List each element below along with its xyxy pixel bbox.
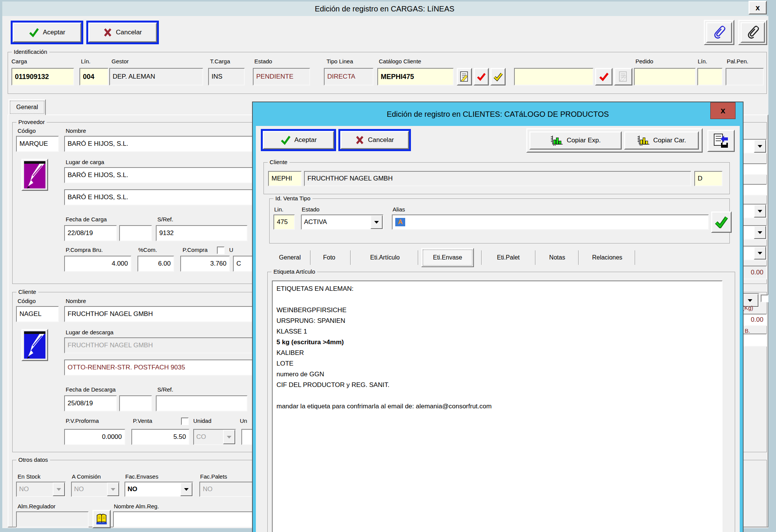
fecha-descarga-hora-field[interactable] <box>119 395 152 411</box>
alias-confirm-button[interactable] <box>711 211 732 233</box>
cliente-card-button[interactable] <box>21 329 48 361</box>
document-disabled-button[interactable] <box>614 68 632 85</box>
alias-field[interactable]: A <box>392 214 709 230</box>
proveedor-unidad-value: C <box>236 260 241 268</box>
dropdown-button[interactable] <box>223 430 235 444</box>
bg-right-field-2[interactable] <box>742 184 767 195</box>
cliente-codigo-field[interactable]: NAGEL <box>16 306 59 322</box>
document-icon <box>618 71 628 82</box>
dropdown-button[interactable] <box>180 482 192 496</box>
a-comision-combo[interactable]: NO <box>71 482 120 497</box>
copiar-car-button[interactable]: Copiar Car. <box>624 131 699 150</box>
dialog-cancel-button[interactable]: Cancelar <box>340 131 409 149</box>
fac-palets-label: Fac.Palets <box>200 473 227 480</box>
gestor-field[interactable]: DEP. ALEMAN <box>109 68 203 85</box>
dialog-cliente-legend: Cliente <box>268 159 289 165</box>
dialog-lin-field[interactable]: 475 <box>273 214 295 230</box>
export-save-button[interactable] <box>707 130 735 152</box>
cliente-unidad-combo[interactable]: CO <box>193 429 236 445</box>
dialog-cliente-d-field[interactable]: D <box>694 171 723 186</box>
alm-regulador-field[interactable] <box>16 511 89 527</box>
etiqueta-textarea[interactable]: ETIQUETAS EN ALEMAN: WEINBERGPFIRSICHEUR… <box>272 281 723 532</box>
pventa-field[interactable]: 5.50 <box>131 429 189 445</box>
attachment-black-button[interactable] <box>738 20 767 45</box>
main-cancel-button[interactable]: Cancelar <box>88 23 157 42</box>
main-accept-button[interactable]: Aceptar <box>13 23 81 42</box>
pventa-checkbox[interactable] <box>181 418 189 425</box>
pedido-field[interactable] <box>634 68 696 85</box>
dropdown-button[interactable] <box>754 205 766 218</box>
dialog-cliente-nombre-value: FRUCHTHOF NAGEL GMBH <box>307 175 393 182</box>
carga-field[interactable]: 011909132 <box>11 68 74 85</box>
proveedor-codigo-field[interactable]: MARQUE <box>16 136 59 152</box>
dropdown-button[interactable] <box>53 482 65 496</box>
pcompra-checkbox[interactable] <box>217 247 225 254</box>
chevron-down-icon <box>758 145 762 148</box>
pcompra-field[interactable]: 3.760 <box>180 256 230 272</box>
tab-eti-palet[interactable]: Eti.Palet <box>488 249 529 266</box>
tab-eti-articulo[interactable]: Eti.Artículo <box>354 249 415 266</box>
tab-relaciones[interactable]: Relaciones <box>584 249 631 266</box>
bg-right-combo-3[interactable] <box>742 225 767 240</box>
proveedor-sref-field[interactable]: 9132 <box>156 225 247 241</box>
dropdown-button[interactable] <box>370 215 383 229</box>
pvproforma-field[interactable]: 0.0000 <box>64 429 125 445</box>
fac-envases-combo[interactable]: NO <box>124 482 193 497</box>
alm-lookup-button[interactable] <box>92 510 111 528</box>
bg-right-field-1[interactable] <box>742 163 767 175</box>
lin2-field[interactable] <box>697 68 723 85</box>
pcompra-bru-field[interactable]: 4.000 <box>64 256 131 272</box>
dialog-cliente-nombre-field[interactable]: FRUCHTHOF NAGEL GMBH <box>304 171 691 186</box>
tab-general-main[interactable]: General <box>8 99 46 115</box>
com-field[interactable]: 6.00 <box>137 256 174 272</box>
dialog-accept-button[interactable]: Aceptar <box>263 131 334 149</box>
tcarga-field[interactable]: INS <box>208 68 245 85</box>
identificacion-legend: Identificación <box>12 48 49 55</box>
dropdown-button[interactable] <box>107 482 119 496</box>
tipo-linea-field[interactable]: DIRECTA <box>324 68 373 85</box>
edit-catalog-button[interactable] <box>457 68 472 85</box>
tipo-linea-value: DIRECTA <box>327 73 355 81</box>
attachment-blue-button[interactable] <box>704 20 734 45</box>
tab-foto[interactable]: Foto <box>312 249 346 266</box>
cliente-codigo-label: Código <box>18 298 36 304</box>
en-stock-combo[interactable]: NO <box>16 482 66 497</box>
fac-palets-combo[interactable]: NO <box>199 482 255 497</box>
tab-general[interactable]: General <box>271 249 309 266</box>
fecha-descarga-field[interactable]: 25/08/19 <box>64 395 117 411</box>
dropdown-button[interactable] <box>754 247 766 260</box>
bg-right-amount-2[interactable]: 0.00 <box>742 314 767 326</box>
catalogo-cliente-field[interactable]: MEPHI475 <box>377 68 454 85</box>
dropdown-button[interactable] <box>754 140 766 153</box>
otros-datos-legend: Otros datos <box>16 456 50 463</box>
extra-yellow-field[interactable] <box>514 68 593 85</box>
bg-right-field-3[interactable] <box>742 334 767 347</box>
palpen-field[interactable] <box>726 68 764 85</box>
nombre-alm-field[interactable] <box>113 511 254 527</box>
dialog-cliente-codigo-field[interactable]: MEPHI <box>268 171 302 186</box>
tab-eti-envase[interactable]: Eti.Envase <box>421 248 474 267</box>
red-check-button[interactable] <box>474 68 489 85</box>
bg-right-checkbox[interactable] <box>761 295 768 302</box>
main-titlebar: Edición de registro en CARGAS: LíNEAS <box>2 2 767 16</box>
lin-field[interactable]: 004 <box>79 68 108 85</box>
dialog-cliente-d-value: D <box>698 175 702 182</box>
copiar-exp-button[interactable]: Copiar Exp. <box>529 131 622 150</box>
dialog-close-button[interactable]: x <box>710 102 736 119</box>
cliente-sref-field[interactable] <box>156 395 247 411</box>
dialog-estado-combo[interactable]: ACTIVA <box>301 214 383 230</box>
confirm-check-button[interactable] <box>595 68 613 85</box>
tab-notas[interactable]: Notas <box>542 249 573 266</box>
estado-field[interactable]: PENDIENTE <box>253 68 310 85</box>
bg-right-combo-4[interactable] <box>742 246 767 260</box>
yellow-check-button[interactable] <box>490 68 506 85</box>
fecha-carga-hora-field[interactable] <box>119 225 152 241</box>
dropdown-button[interactable] <box>754 226 766 239</box>
fecha-carga-field[interactable]: 22/08/19 <box>64 225 117 241</box>
bg-right-combo-1[interactable] <box>742 139 767 153</box>
proveedor-card-button[interactable] <box>21 159 48 191</box>
bg-right-amount-1[interactable]: 0.00 <box>742 266 767 279</box>
main-close-button[interactable]: x <box>749 1 767 15</box>
bg-right-combo-2[interactable] <box>742 204 767 218</box>
pvproforma-value: 0.0000 <box>102 433 122 441</box>
